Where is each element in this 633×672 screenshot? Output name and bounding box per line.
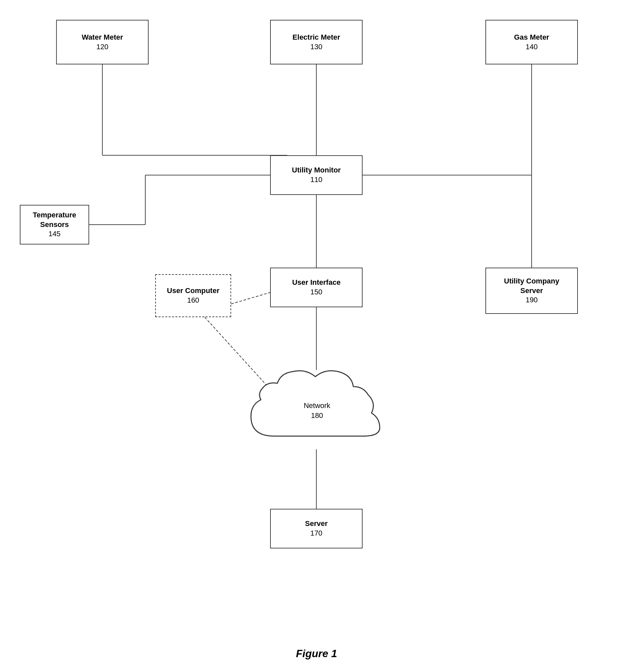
user-interface-node: User Interface 150: [270, 268, 362, 307]
utility-company-server-node: Utility CompanyServer 190: [485, 268, 578, 314]
figure-label: Figure 1: [296, 648, 337, 659]
gas-meter-number: 140: [526, 42, 538, 52]
electric-meter-number: 130: [310, 42, 323, 52]
diagram-container: Water Meter 120 Electric Meter 130 Gas M…: [0, 0, 633, 644]
electric-meter-label: Electric Meter: [293, 33, 340, 42]
network-cloud-svg: Network 180: [241, 357, 393, 449]
user-computer-node: User Computer 160: [155, 274, 231, 317]
water-meter-node: Water Meter 120: [56, 20, 149, 65]
gas-meter-node: Gas Meter 140: [485, 20, 578, 65]
utility-monitor-number: 110: [310, 175, 323, 185]
temperature-sensors-node: TemperatureSensors 145: [20, 205, 89, 244]
server-number: 170: [310, 529, 323, 538]
svg-text:Network: Network: [304, 402, 331, 410]
figure-caption: Figure 1: [0, 648, 633, 666]
water-meter-label: Water Meter: [81, 33, 123, 42]
gas-meter-label: Gas Meter: [514, 33, 549, 42]
temp-sensors-label: TemperatureSensors: [33, 211, 76, 229]
server-label: Server: [305, 519, 328, 529]
utility-monitor-node: Utility Monitor 110: [270, 155, 362, 195]
electric-meter-node: Electric Meter 130: [270, 20, 362, 65]
user-computer-label: User Computer: [167, 286, 220, 296]
water-meter-number: 120: [96, 42, 109, 52]
utility-company-server-label: Utility CompanyServer: [504, 277, 559, 295]
utility-company-server-number: 190: [526, 295, 538, 305]
user-interface-number: 150: [310, 287, 323, 297]
user-computer-number: 160: [187, 296, 199, 305]
server-node: Server 170: [270, 509, 362, 548]
user-interface-label: User Interface: [292, 278, 341, 287]
utility-monitor-label: Utility Monitor: [292, 166, 341, 175]
svg-text:180: 180: [311, 411, 323, 419]
temp-sensors-number: 145: [49, 229, 61, 239]
